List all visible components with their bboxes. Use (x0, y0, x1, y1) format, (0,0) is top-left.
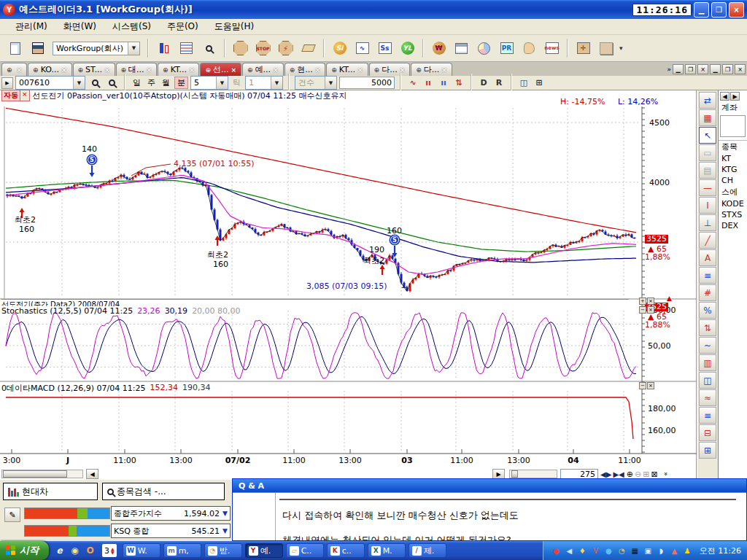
stock-shortcut-button[interactable]: 현대차 (3, 483, 98, 500)
yl-signal-icon[interactable]: YL (397, 38, 418, 59)
zoom-slider[interactable] (509, 470, 557, 478)
panel-collapse-button[interactable]: − (639, 382, 646, 389)
index-value-box[interactable]: KSQ 종합545.21▼ (111, 524, 231, 538)
chart-tab[interactable]: ⊕KO...× (28, 63, 71, 76)
money-bag-icon[interactable]: ₩ (428, 38, 449, 59)
menu-item[interactable]: 주문(O) (159, 19, 206, 34)
speed-order-icon[interactable]: ⚡ (275, 38, 296, 59)
chevron-down-icon[interactable]: ▼ (216, 77, 228, 89)
edit-pencil-icon[interactable]: ✎ (4, 508, 20, 522)
tab-close-icon[interactable]: × (189, 66, 195, 74)
expand-icon[interactable]: ✛ (573, 38, 594, 59)
news-icon[interactable]: news (541, 38, 562, 59)
chart-h-scrollbar[interactable] (1, 470, 83, 478)
chart-tv-icon[interactable]: ∿ (352, 38, 373, 59)
memo-face-icon[interactable] (519, 38, 540, 59)
taskbar-button[interactable]: WW. (123, 543, 160, 558)
chart-tab[interactable]: ⊕선...× (200, 63, 241, 76)
tab-link-icon[interactable]: ⊕ (374, 66, 380, 74)
tab-link-icon[interactable]: ⊕ (121, 66, 127, 74)
menu-item[interactable]: 관리(M) (7, 19, 55, 34)
period-day-button[interactable]: 일 (131, 77, 143, 88)
restore-button[interactable]: ❐ (711, 2, 727, 18)
symbol-combo[interactable]: 007610 ▼ (15, 76, 85, 90)
stock-list-item[interactable]: KTG (719, 164, 747, 175)
media-player-icon[interactable]: ◉ (69, 545, 81, 557)
select-icon[interactable]: ▭ (699, 144, 716, 161)
snapshot-icon[interactable]: ▤ (699, 162, 716, 179)
panel-close-button[interactable]: × (647, 306, 654, 314)
internet-explorer-icon[interactable]: e (53, 545, 66, 557)
tab-close-icon[interactable]: × (315, 66, 321, 74)
text-tool-icon[interactable]: A (699, 249, 716, 266)
taskbar-button[interactable]: Kc.. (327, 543, 365, 558)
tab-close-icon[interactable]: × (61, 66, 67, 74)
eraser-icon[interactable] (298, 38, 319, 59)
taskbar-button[interactable]: ▱C.. (286, 543, 324, 558)
panel-collapse-button[interactable]: − (639, 306, 646, 314)
taskbar-button[interactable]: mm, (163, 543, 201, 558)
updown-arrows-icon[interactable]: ⇅ (452, 77, 465, 89)
stock-list-item[interactable]: STXS (719, 209, 747, 220)
qna-body[interactable]: 다시 접속하여 확인해 보니깐 매수청산 신호가 없는데도 체결내역에는 청산되… (233, 492, 746, 540)
volume-red-icon[interactable]: ıı (422, 77, 435, 89)
panel-close-button[interactable]: × (647, 298, 654, 305)
back-arrow-icon[interactable]: ◀ (564, 545, 575, 556)
scroll-right-button[interactable]: ▶ (492, 469, 505, 479)
channel-icon[interactable]: # (699, 284, 716, 301)
account-box[interactable] (720, 115, 746, 137)
new-file-icon[interactable] (4, 38, 26, 59)
tab-link-icon[interactable]: ⊕ (78, 66, 84, 74)
tab-link-icon[interactable]: ⊕ (205, 66, 211, 74)
search-icon[interactable] (198, 38, 220, 59)
line-chart-icon[interactable]: ∿ (406, 77, 419, 89)
taskbar-button[interactable]: ◔받. (204, 543, 242, 558)
tab-close-icon[interactable]: × (17, 66, 23, 74)
display-icon[interactable]: ▣ (643, 545, 654, 556)
auto-badge-close-icon[interactable]: × (20, 90, 29, 101)
zoom-in-icon[interactable]: ⊕ (627, 470, 633, 479)
network-globe-icon[interactable]: ● (603, 545, 614, 556)
tab-link-icon[interactable]: ⊕ (290, 66, 295, 74)
tab-close-icon[interactable]: × (400, 66, 406, 74)
tab-link-icon[interactable]: ⊕ (416, 66, 422, 74)
tab-close-icon[interactable]: × (104, 66, 110, 74)
panel-close-button[interactable]: × (647, 382, 654, 389)
period-week-button[interactable]: 주 (145, 77, 158, 88)
list-icon[interactable]: ≡ (699, 407, 716, 424)
tab-overflow-icon[interactable]: » (667, 66, 671, 73)
save-icon[interactable] (27, 38, 48, 59)
compare-icon[interactable]: ◫ (699, 372, 716, 389)
chart-tab[interactable]: ⊕다...× (369, 63, 411, 76)
stock-list-item[interactable]: CH (719, 175, 747, 186)
doc-d-icon[interactable]: D (477, 77, 490, 89)
tab-close-icon[interactable]: × (231, 66, 237, 74)
vline-icon[interactable]: I (699, 197, 716, 214)
chart-tab[interactable]: ⊕KT...× (158, 63, 199, 76)
close-button[interactable]: × (729, 2, 744, 18)
symbol-search-button[interactable]: 종목검색 -... (102, 483, 225, 500)
taskbar-button[interactable]: Y예. (245, 543, 283, 558)
volume-blue-icon[interactable]: ıı (437, 77, 450, 89)
panel-expand-button[interactable]: + (639, 298, 646, 305)
tab-link-icon[interactable]: ⊕ (33, 66, 39, 74)
step-back-forward-icon[interactable]: ◀▶ (600, 470, 611, 478)
outlook-icon[interactable]: O (84, 545, 96, 557)
minute-combo[interactable]: 5 ▼ (190, 76, 228, 90)
stock-list-item[interactable]: KODE (719, 198, 747, 209)
taskbar-button[interactable]: /제. (409, 543, 446, 558)
doc-r-icon[interactable]: R (492, 77, 506, 89)
update-icon[interactable]: ♦ (577, 545, 588, 556)
frame-close-button[interactable]: × (735, 64, 746, 74)
fibo-icon[interactable]: ≈ (699, 389, 716, 406)
child-minimize-button[interactable]: ▁ (673, 64, 684, 74)
frame-minimize-button[interactable]: ▁ (710, 64, 721, 74)
parallel-icon[interactable]: ≡ (699, 267, 716, 284)
alarm-clock-icon[interactable]: ◔ (616, 545, 627, 556)
wori-icon[interactable]: ▦ (630, 545, 640, 556)
pr-monitor-icon[interactable]: PR (496, 38, 517, 59)
window-group-button[interactable]: 3 ▲▼ (102, 544, 117, 557)
stock-list-item[interactable]: KT (719, 153, 747, 164)
pie-chart-icon[interactable] (473, 38, 495, 59)
grid-toggle-icon[interactable]: ⊞ (643, 470, 649, 479)
